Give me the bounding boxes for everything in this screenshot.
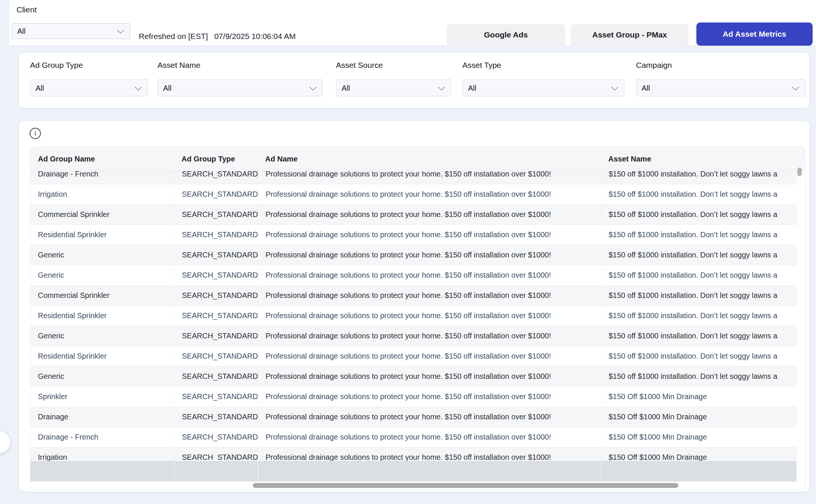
cell-ad-group-type[interactable]: SEARCH_STANDARD: [174, 225, 258, 245]
table-row[interactable]: GenericSEARCH_STANDARDProfessional drain…: [30, 326, 796, 346]
cell-ad-group-name[interactable]: Irrigation: [30, 447, 174, 461]
table-row[interactable]: Residential SprinklerSEARCH_STANDARDProf…: [30, 225, 796, 245]
table-row[interactable]: SprinklerSEARCH_STANDARDProfessional dra…: [30, 387, 796, 407]
chevron-down-icon: [309, 83, 316, 90]
info-icon[interactable]: i: [30, 128, 41, 139]
cell-asset-name[interactable]: $150 off $1000 installation. Don’t let s…: [601, 225, 796, 245]
edge-floating-button[interactable]: [0, 431, 10, 453]
asset-name-dropdown[interactable]: All: [158, 79, 322, 96]
table-row[interactable]: Residential SprinklerSEARCH_STANDARDProf…: [30, 306, 796, 326]
table-row[interactable]: IrrigationSEARCH_STANDARDProfessional dr…: [30, 447, 796, 461]
cell-ad-group-name[interactable]: Sprinkler: [30, 387, 174, 407]
cell-ad-group-type[interactable]: SEARCH_STANDARD: [174, 171, 258, 184]
cell-ad-group-type[interactable]: SEARCH_STANDARD: [174, 447, 258, 461]
cell-ad-name[interactable]: Professional drainage solutions to prote…: [258, 366, 601, 386]
cell-ad-name[interactable]: Professional drainage solutions to prote…: [258, 171, 601, 184]
cell-asset-name[interactable]: $150 off $1000 installation. Don’t let s…: [601, 265, 796, 285]
cell-ad-group-type[interactable]: SEARCH_STANDARD: [174, 245, 258, 265]
column-header-ad-name[interactable]: Ad Name: [258, 147, 601, 171]
cell-asset-name[interactable]: $150 off $1000 installation. Don’t let s…: [601, 366, 796, 386]
cell-ad-group-name[interactable]: Residential Sprinkler: [30, 306, 174, 326]
cell-asset-name[interactable]: $150 off $1000 installation. Don’t let s…: [601, 205, 796, 224]
tab-asset-group-pmax[interactable]: Asset Group - PMax: [571, 24, 688, 45]
cell-ad-group-name[interactable]: Generic: [30, 245, 174, 265]
cell-ad-name[interactable]: Professional drainage solutions to prote…: [258, 387, 601, 407]
filter-label: Asset Type: [462, 61, 501, 70]
tab-ad-asset-metrics[interactable]: Ad Asset Metrics: [696, 22, 813, 46]
cell-asset-name[interactable]: $150 off $1000 installation. Don’t let s…: [601, 184, 796, 204]
filter-asset-name: Asset Name All: [158, 52, 322, 109]
filter-asset-type: Asset Type All: [462, 52, 624, 109]
column-header-ad-group-name[interactable]: Ad Group Name: [30, 147, 174, 171]
cell-ad-group-type[interactable]: SEARCH_STANDARD: [174, 265, 258, 285]
table-row[interactable]: GenericSEARCH_STANDARDProfessional drain…: [30, 245, 796, 265]
table-row[interactable]: GenericSEARCH_STANDARDProfessional drain…: [30, 366, 796, 387]
cell-ad-group-name[interactable]: Generic: [30, 366, 174, 386]
column-separator: [174, 461, 175, 482]
chevron-down-icon: [611, 83, 618, 90]
cell-ad-name[interactable]: Professional drainage solutions to prote…: [258, 265, 601, 285]
ad-group-type-dropdown[interactable]: All: [30, 79, 148, 96]
table-row[interactable]: Drainage - FrenchSEARCH_STANDARDProfessi…: [30, 171, 796, 184]
table-row[interactable]: IrrigationSEARCH_STANDARDProfessional dr…: [30, 184, 796, 205]
table-row[interactable]: Drainage - FrenchSEARCH_STANDARDProfessi…: [30, 427, 796, 447]
cell-ad-group-name[interactable]: Commercial Sprinkler: [30, 205, 174, 224]
cell-ad-group-name[interactable]: Generic: [30, 326, 174, 346]
cell-ad-group-type[interactable]: SEARCH_STANDARD: [174, 326, 258, 346]
cell-ad-group-type[interactable]: SEARCH_STANDARD: [174, 205, 258, 224]
client-dropdown[interactable]: All: [12, 23, 130, 39]
cell-ad-name[interactable]: Professional drainage solutions to prote…: [258, 326, 601, 346]
cell-ad-group-type[interactable]: SEARCH_STANDARD: [174, 407, 258, 427]
cell-ad-group-type[interactable]: SEARCH_STANDARD: [174, 387, 258, 407]
table-row[interactable]: GenericSEARCH_STANDARDProfessional drain…: [30, 265, 796, 286]
cell-ad-group-name[interactable]: Drainage: [30, 407, 174, 427]
filter-label: Asset Source: [336, 61, 383, 70]
column-header-asset-name[interactable]: Asset Name: [601, 147, 796, 171]
cell-asset-name[interactable]: $150 Off $1000 Min Drainage: [601, 387, 796, 407]
cell-asset-name[interactable]: $150 off $1000 installation. Don’t let s…: [601, 306, 796, 326]
vertical-scrollbar[interactable]: [797, 168, 802, 176]
cell-ad-group-type[interactable]: SEARCH_STANDARD: [174, 306, 258, 326]
cell-ad-group-name[interactable]: Irrigation: [30, 184, 174, 204]
cell-asset-name[interactable]: $150 off $1000 installation. Don’t let s…: [601, 286, 796, 305]
cell-asset-name[interactable]: $150 off $1000 installation. Don’t let s…: [601, 171, 796, 184]
cell-ad-group-type[interactable]: SEARCH_STANDARD: [174, 286, 258, 305]
cell-ad-name[interactable]: Professional drainage solutions to prote…: [258, 286, 601, 305]
cell-ad-name[interactable]: Professional drainage solutions to prote…: [258, 184, 601, 204]
table-row[interactable]: Residential SprinklerSEARCH_STANDARDProf…: [30, 346, 796, 366]
cell-ad-group-type[interactable]: SEARCH_STANDARD: [174, 366, 258, 386]
cell-ad-name[interactable]: Professional drainage solutions to prote…: [258, 447, 601, 461]
cell-asset-name[interactable]: $150 off $1000 installation. Don’t let s…: [601, 326, 796, 346]
tab-google-ads[interactable]: Google Ads: [447, 24, 565, 45]
cell-asset-name[interactable]: $150 Off $1000 Min Drainage: [601, 447, 796, 461]
cell-ad-group-type[interactable]: SEARCH_STANDARD: [174, 346, 258, 366]
cell-ad-name[interactable]: Professional drainage solutions to prote…: [258, 427, 601, 447]
table-row[interactable]: DrainageSEARCH_STANDARDProfessional drai…: [30, 407, 796, 427]
cell-ad-group-type[interactable]: SEARCH_STANDARD: [174, 184, 258, 204]
cell-ad-group-name[interactable]: Residential Sprinkler: [30, 225, 174, 245]
cell-asset-name[interactable]: $150 Off $1000 Min Drainage: [601, 407, 796, 427]
table-row[interactable]: Commercial SprinklerSEARCH_STANDARDProfe…: [30, 286, 796, 306]
cell-ad-name[interactable]: Professional drainage solutions to prote…: [258, 225, 601, 245]
filter-asset-source: Asset Source All: [336, 52, 451, 109]
cell-ad-name[interactable]: Professional drainage solutions to prote…: [258, 205, 601, 224]
column-header-ad-group-type[interactable]: Ad Group Type: [174, 147, 258, 171]
cell-ad-name[interactable]: Professional drainage solutions to prote…: [258, 306, 601, 326]
cell-ad-group-name[interactable]: Commercial Sprinkler: [30, 286, 174, 305]
cell-asset-name[interactable]: $150 Off $1000 Min Drainage: [601, 427, 796, 447]
cell-ad-name[interactable]: Professional drainage solutions to prote…: [258, 245, 601, 265]
cell-ad-name[interactable]: Professional drainage solutions to prote…: [258, 407, 601, 427]
table-row[interactable]: Commercial SprinklerSEARCH_STANDARDProfe…: [30, 205, 796, 225]
asset-type-dropdown[interactable]: All: [462, 79, 624, 96]
cell-ad-group-name[interactable]: Residential Sprinkler: [30, 346, 174, 366]
campaign-dropdown[interactable]: All: [636, 79, 805, 96]
horizontal-scrollbar[interactable]: [253, 483, 678, 488]
cell-ad-group-name[interactable]: Drainage - French: [30, 171, 174, 184]
cell-ad-name[interactable]: Professional drainage solutions to prote…: [258, 346, 601, 366]
asset-source-dropdown[interactable]: All: [336, 79, 451, 96]
cell-ad-group-name[interactable]: Generic: [30, 265, 174, 285]
cell-ad-group-type[interactable]: SEARCH_STANDARD: [174, 427, 258, 447]
cell-ad-group-name[interactable]: Drainage - French: [30, 427, 174, 447]
cell-asset-name[interactable]: $150 off $1000 installation. Don’t let s…: [601, 245, 796, 265]
cell-asset-name[interactable]: $150 off $1000 installation. Don’t let s…: [601, 346, 796, 366]
